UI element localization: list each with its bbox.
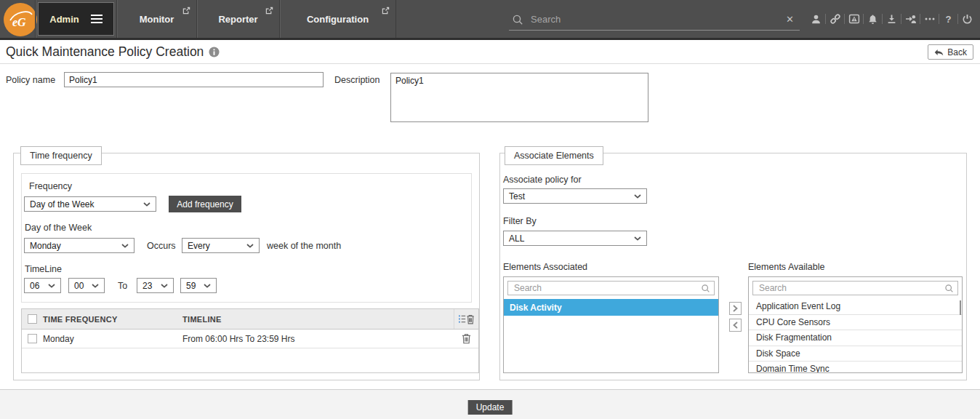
policy-name-input[interactable] [64,72,324,87]
available-search [752,281,958,295]
from-hour-value: 06 [30,281,39,291]
list-item-disk-fragmentation[interactable]: Disk Fragmentation [749,330,962,346]
chevron-down-icon [246,244,254,248]
frequency-select[interactable]: Day of the Week [24,196,156,212]
search-icon [512,14,523,25]
policy-name-label: Policy name [6,75,55,85]
filter-by-label: Filter By [503,216,537,226]
occurs-label: Occurs [147,241,176,251]
time-frequency-panel: Time frequency Frequency Day of the Week… [13,153,480,380]
search-icon [701,283,710,296]
back-button[interactable]: Back [928,44,973,60]
eg-logo[interactable]: eG [4,3,37,36]
list-item-disk-activity[interactable]: Disk Activity [504,299,718,316]
row-timeline-cell: From 06:00 Hrs To 23:59 Hrs [182,334,454,344]
tab-configuration-label: Configuration [307,14,369,25]
associate-policy-for-select[interactable]: Test [503,188,647,204]
available-search-input[interactable] [752,281,958,295]
occurs-select[interactable]: Every [182,238,260,253]
sign-in-icon[interactable] [902,12,919,26]
tab-configuration[interactable]: Configuration [280,0,396,38]
list-item-cpu-core-sensors[interactable]: CPU Core Sensors [749,315,962,331]
list-scrollbar[interactable] [960,300,961,315]
chevron-down-icon [48,284,55,288]
from-hour-select[interactable]: 06 [24,278,61,293]
select-all-checkbox[interactable] [28,314,37,324]
delete-selected-icon[interactable] [454,309,478,329]
timeline-label: TimeLine [25,264,62,274]
row-checkbox[interactable] [28,334,37,343]
elements-available-label: Elements Available [748,262,824,272]
associated-search-input[interactable] [507,281,715,295]
list-item-application-event-log[interactable]: Application Event Log [749,299,962,315]
frequency-table: TIME FREQUENCY TIMELINE Monday From 06:0… [21,308,479,373]
chevron-down-icon [634,236,641,241]
power-icon[interactable] [959,12,976,26]
to-minute-value: 59 [186,281,196,291]
tab-monitor[interactable]: Monitor [117,0,197,38]
day-of-week-label: Day of the Week [25,223,92,233]
external-link-icon[interactable] [382,4,390,12]
tab-reporter[interactable]: Reporter [197,0,280,38]
add-frequency-button[interactable]: Add frequency [169,196,241,212]
associate-policy-for-label: Associate policy for [503,175,582,185]
from-minute-value: 00 [74,281,84,291]
tab-reporter-label: Reporter [218,14,257,25]
menu-icon[interactable] [91,15,103,23]
associate-elements-panel: Associate Elements Associate policy for … [499,153,967,380]
title-bar: Quick Maintenance Policy Creation Back [0,40,980,64]
alarm-screen-icon[interactable] [846,12,862,26]
move-right-button[interactable] [729,302,742,315]
tab-admin[interactable]: Admin [35,0,117,38]
occurs-select-value: Every [188,241,210,251]
frequency-select-value: Day of the Week [30,199,95,210]
elements-associated-label: Elements Associated [503,262,587,272]
frequency-table-header: TIME FREQUENCY TIMELINE [22,309,478,330]
to-minute-select[interactable]: 59 [180,278,217,293]
external-link-icon[interactable] [182,4,190,12]
notifications-bell-icon[interactable] [864,12,881,26]
search-input[interactable] [529,13,777,25]
filter-by-select[interactable]: ALL [503,231,647,246]
row-frequency-cell: Monday [43,334,182,344]
move-left-button[interactable] [729,319,742,332]
user-icon[interactable] [808,12,824,26]
associate-elements-legend: Associate Elements [505,146,603,165]
chevron-down-icon [143,202,150,207]
info-icon[interactable] [209,47,220,57]
frequency-table-empty-area [22,348,478,372]
tab-monitor-label: Monitor [140,14,174,25]
chevron-down-icon [121,244,129,248]
from-minute-select[interactable]: 00 [68,278,105,293]
app-root: eG Admin Monitor Reporter [0,0,980,419]
main-tabs: Admin Monitor Reporter Configura [35,0,396,38]
footer-bar: Update [0,389,980,419]
link-icon[interactable] [827,12,843,26]
chevron-down-icon [204,284,211,288]
help-icon[interactable]: ? [940,12,957,26]
clear-search-icon[interactable]: ✕ [783,14,797,25]
tab-admin-label: Admin [49,14,79,25]
day-of-week-select-value: Monday [30,241,61,251]
elements-associated-list: Disk Activity [503,276,719,373]
navbar-action-icons: ? [808,0,976,38]
to-hour-select[interactable]: 23 [137,278,174,293]
description-textarea[interactable]: Policy1 [390,73,648,122]
delete-row-icon[interactable] [454,330,478,348]
more-options-icon[interactable] [921,12,938,26]
list-item-disk-space[interactable]: Disk Space [749,346,962,362]
list-item-domain-time-sync[interactable]: Domain Time Sync [749,362,962,373]
chevron-down-icon [161,284,168,288]
update-button[interactable]: Update [468,400,513,415]
top-navbar: eG Admin Monitor Reporter [0,0,980,40]
download-icon[interactable] [883,12,900,26]
to-label: To [118,281,127,291]
back-arrow-icon [934,49,944,56]
associate-policy-for-value: Test [509,191,525,201]
external-link-icon[interactable] [265,4,273,12]
svg-text:?: ? [945,14,951,25]
search-icon [944,283,954,296]
week-of-month-text: week of the month [267,241,341,251]
time-frequency-legend: Time frequency [20,146,102,165]
day-of-week-select[interactable]: Monday [24,238,134,253]
